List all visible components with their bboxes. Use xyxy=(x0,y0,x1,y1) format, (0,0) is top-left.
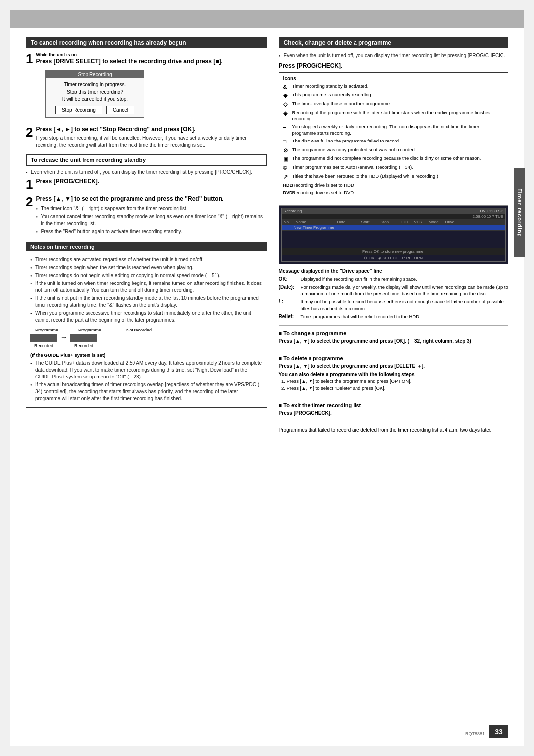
delete-title: To delete a programme xyxy=(279,355,508,361)
icons-section: Icons & Timer recording standby is activ… xyxy=(279,72,508,201)
page: Timer recording 33 RQT8881 To cancel rec… xyxy=(10,10,524,746)
screen-row-empty-1 xyxy=(282,231,505,236)
prog-diagram: Programme Programme Not recorded Recorde… xyxy=(30,328,263,348)
release-bullet-1: Even when the unit is turned off, you ca… xyxy=(26,169,267,176)
delete-body: Press [▲, ▼] to select the programme and… xyxy=(279,363,508,370)
exit-note: Programmes that failed to record are del… xyxy=(279,427,508,434)
icon-row-11: DVD Recording drive is set to DVD xyxy=(283,190,504,196)
divider-2 xyxy=(279,350,508,350)
icon-symbol-hdd: HDD xyxy=(283,182,292,189)
nav-return: ↩ RETURN xyxy=(402,256,423,260)
icon-symbol-6: ⊘ xyxy=(283,147,292,154)
prog-label-2: Programme xyxy=(78,328,101,332)
prog-bar-1 xyxy=(30,334,57,342)
note-1: Timer recordings are activated regardles… xyxy=(30,256,263,263)
drive-space-header: Message displayed in the "Drive space" l… xyxy=(279,268,508,274)
release-step-1: 1 Press [PROG/CHECK]. xyxy=(26,178,267,190)
col-vps: VPS xyxy=(414,220,427,224)
change-body: Press [▲, ▼] to select the programme and… xyxy=(279,338,508,345)
icon-symbol-dvd: DVD xyxy=(283,190,292,196)
icon-desc-1: This programme is currently recording. xyxy=(292,92,504,99)
icon-desc-9: Titles that have been rerouted to the HD… xyxy=(292,173,504,181)
arrow-1: → xyxy=(60,333,67,341)
icon-row-6: ⊘ The programme was copy-protected so it… xyxy=(283,147,504,154)
col-name: Name xyxy=(296,220,335,224)
ds-label-ok: OK: xyxy=(279,276,301,283)
icon-desc-3: Recording of the programme with the late… xyxy=(292,110,504,123)
icon-desc-hdd: Recording drive is set to HDD xyxy=(292,182,504,189)
release-step-1-title: Press [PROG/CHECK]. xyxy=(36,178,267,186)
drive-space-date: (Date): For recordings made daily or wee… xyxy=(279,284,508,297)
screen-top-right: DVD 1:30 SP xyxy=(480,209,503,213)
step-1-label: While the unit is on xyxy=(36,52,267,57)
screen-top-bar: Recording DVD 1:30 SP xyxy=(282,208,505,214)
stop-recording-button[interactable]: Stop Recording xyxy=(55,106,102,114)
prog-col-2: Recorded xyxy=(70,334,97,348)
prog-col-1: Recorded xyxy=(30,334,57,348)
icon-symbol-5: □ xyxy=(283,138,292,145)
icon-symbol-2: ◇ xyxy=(283,101,292,108)
icon-desc-4: You stopped a weekly or daily timer reco… xyxy=(292,124,504,137)
guide-plus-1: The GUIDE Plus+ data is downloaded at 2:… xyxy=(30,360,263,380)
exit-title: To exit the timer recording list xyxy=(279,402,508,408)
screen-top-left: Recording xyxy=(284,209,302,213)
notes-body: Timer recordings are activated regardles… xyxy=(26,251,267,407)
exit-section: To exit the timer recording list Press [… xyxy=(279,402,508,417)
icon-symbol-7: ▣ xyxy=(283,155,292,163)
main-content: To cancel recording when recording has a… xyxy=(26,37,508,436)
divider-3 xyxy=(279,397,508,397)
note-4: If the unit is turned on when timer reco… xyxy=(30,280,263,294)
note-6: When you programme successive timer reco… xyxy=(30,310,263,324)
cancel-button[interactable]: Cancel xyxy=(106,106,134,114)
icon-desc-2: The times overlap those in another progr… xyxy=(292,101,504,108)
col-no: No. xyxy=(284,220,294,224)
screen-mockup: Recording DVD 1:30 SP 2:58:00 15 7 TUE N… xyxy=(279,205,508,264)
press-prog-check: Press [PROG/CHECK]. xyxy=(279,62,508,69)
icon-symbol-9: ↗ xyxy=(283,173,292,181)
release-bullet-a: The timer icon "&" ( right) disappears f… xyxy=(36,205,267,212)
icon-symbol-4: – xyxy=(283,124,292,137)
not-recorded-label: Not recorded xyxy=(126,328,152,332)
release-standby-bullets: Even when the unit is turned off, you ca… xyxy=(26,169,267,176)
icon-row-9: ↗ Titles that have been rerouted to the … xyxy=(283,173,504,181)
check-change-header: Check, change or delete a programme xyxy=(279,37,508,48)
notes-box: Notes on timer recording Timer recording… xyxy=(26,242,267,408)
prog-labels: Programme Programme Not recorded xyxy=(30,328,263,332)
icons-title: Icons xyxy=(283,76,504,81)
icon-symbol-0: & xyxy=(283,83,292,91)
icon-desc-dvd: Recording drive is set to DVD xyxy=(292,190,504,196)
delete-steps-list: Press [▲, ▼] to select the programme and… xyxy=(279,378,508,392)
drive-space-section: Message displayed in the "Drive space" l… xyxy=(279,268,508,320)
icon-row-0: & Timer recording standby is activated. xyxy=(283,83,504,91)
check-change-bullet: Even when the unit is turned off, you ca… xyxy=(279,52,508,59)
release-step-2-bullets: The timer icon "&" ( right) disappears f… xyxy=(36,205,267,235)
note-2: Timer recordings begin when the set time… xyxy=(30,264,263,271)
prog-bars: Recorded → Recorded xyxy=(30,333,263,348)
ds-label-date: (Date): xyxy=(279,284,301,297)
delete-step-2: Press [▲, ▼] to select "Delete" and pres… xyxy=(287,385,508,392)
screen-bottom: Press OK to store new programme. xyxy=(282,248,505,255)
ds-desc-relief: Timer programmes that will be relief rec… xyxy=(301,313,508,320)
icon-row-2: ◇ The times overlap those in another pro… xyxy=(283,101,504,108)
screen-row-new: New Timer Programme xyxy=(282,225,505,231)
notes-list: Timer recordings are activated regardles… xyxy=(30,256,263,324)
screen-row-empty-2 xyxy=(282,236,505,242)
recorded-label-1: Recorded xyxy=(34,343,53,348)
exit-press: Press [PROG/CHECK]. xyxy=(279,410,508,417)
icon-row-4: – You stopped a weekly or daily timer re… xyxy=(283,124,504,137)
icon-row-8: © Timer programmes set to Auto Renewal R… xyxy=(283,164,504,172)
nav-select: ◈ SELECT xyxy=(378,256,398,260)
screen-row-empty-3 xyxy=(282,242,505,248)
prog-bar-2 xyxy=(70,334,97,342)
step-2-body: If you stop a timer recording, it will b… xyxy=(36,135,267,149)
icon-row-5: □ The disc was full so the programme fai… xyxy=(283,138,504,145)
icon-row-7: ▣ The programme did not complete recordi… xyxy=(283,155,504,163)
ds-desc-ok: Displayed if the recording can fit in th… xyxy=(301,276,508,283)
icon-desc-8: Timer programmes set to Auto Renewal Rec… xyxy=(292,164,504,172)
icon-symbol-8: © xyxy=(283,164,292,172)
dialog-content: Timer recording in progress. Stop this t… xyxy=(51,81,139,103)
page-number: 33 xyxy=(490,725,508,738)
delete-section: To delete a programme Press [▲, ▼] to se… xyxy=(279,355,508,392)
screen-time: 2:58:00 15 7 TUE xyxy=(472,214,503,219)
step-1-title: Press [DRIVE SELECT] to select the recor… xyxy=(36,58,267,66)
